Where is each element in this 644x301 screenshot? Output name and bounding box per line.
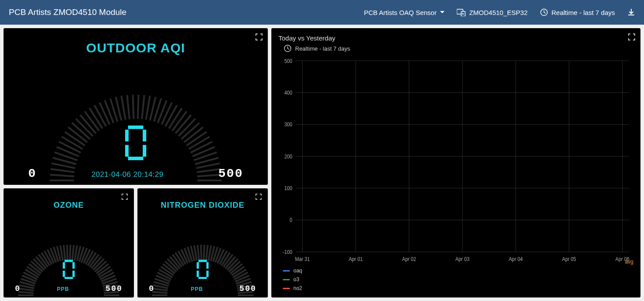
aqi-gauge: OUTDOOR AQI 0 (4, 28, 268, 185)
clock-icon (284, 44, 292, 52)
svg-line-45 (191, 142, 212, 153)
no2-title: NITROGEN DIOXIDE (161, 201, 244, 210)
aqi-max: 500 (218, 167, 243, 180)
svg-text:500: 500 (284, 58, 292, 64)
chevron-down-icon (440, 11, 444, 14)
sensor-dropdown-label: PCB Artists OAQ Sensor (364, 9, 437, 16)
svg-line-22 (100, 103, 110, 125)
svg-text:0: 0 (289, 217, 292, 223)
no2-value-digit (196, 260, 210, 279)
sensor-dropdown[interactable]: PCB Artists OAQ Sensor (364, 9, 444, 16)
fullscreen-button[interactable] (255, 33, 263, 40)
device-label: ZMOD4510_ESP32 (469, 9, 528, 16)
download-icon (627, 8, 635, 16)
legend-swatch (283, 288, 290, 289)
fullscreen-icon (255, 33, 263, 40)
legend-label: oaq (293, 268, 302, 274)
page-title: PCB Artists ZMOD4510 Module (9, 7, 126, 17)
chart-subtitle: Realtime - last 7 days (284, 44, 633, 52)
fullscreen-button[interactable] (628, 33, 635, 40)
ozone-value-digit (62, 260, 76, 279)
device-icon (457, 8, 466, 16)
legend-swatch (283, 279, 290, 280)
svg-line-124 (201, 245, 201, 260)
svg-text:Apr 05: Apr 05 (562, 256, 576, 262)
no2-max: 500 (240, 284, 256, 293)
no2-gauge: NITROGEN DIOXIDE (137, 188, 268, 297)
fullscreen-icon (628, 33, 635, 40)
legend-swatch (283, 270, 290, 272)
ozone-gauge: OZONE (4, 188, 134, 297)
clock-icon (540, 8, 548, 16)
chart-title: Today vs Yesterday (278, 34, 633, 42)
svg-line-27 (127, 95, 130, 119)
no2-min: 0 (149, 284, 155, 293)
svg-text:300: 300 (284, 121, 292, 128)
svg-text:Apr 06: Apr 06 (615, 256, 629, 262)
fullscreen-button[interactable] (122, 194, 129, 201)
timerange-selector[interactable]: Realtime - last 7 days (540, 8, 615, 16)
svg-line-75 (63, 245, 65, 261)
ozone-unit: PPB (57, 286, 69, 292)
svg-line-12 (59, 142, 81, 153)
svg-text:400: 400 (284, 89, 292, 95)
chart-panel: Today vs Yesterday Realtime - last 7 day… (271, 28, 640, 297)
ozone-title: OZONE (53, 201, 84, 210)
svg-line-26 (122, 96, 126, 120)
svg-line-30 (142, 95, 144, 119)
device-selector[interactable]: ZMOD4510_ESP32 (457, 8, 528, 16)
chart-plot-area[interactable]: -1000100200300400500Mar 31Apr 01Apr 02Ap… (278, 57, 633, 266)
legend-item-oaq[interactable]: oaq (283, 268, 302, 274)
svg-line-78 (72, 245, 74, 261)
svg-line-21 (94, 105, 106, 126)
svg-line-28 (133, 95, 133, 119)
aqi-value-digit (122, 125, 149, 160)
header-controls: PCB Artists OAQ Sensor ZMOD4510_ESP32 Re… (364, 8, 635, 16)
svg-text:Apr 03: Apr 03 (455, 256, 470, 262)
legend-label: o3 (293, 276, 299, 283)
no2-unit: PPB (191, 286, 203, 292)
dashboard-content: OUTDOOR AQI 0 (0, 25, 644, 301)
chart-svg: -1000100200300400500Mar 31Apr 01Apr 02Ap… (278, 57, 633, 266)
svg-line-123 (197, 245, 199, 261)
small-gauges-row: OZONE (4, 188, 268, 297)
right-column: Today vs Yesterday Realtime - last 7 day… (271, 28, 640, 297)
svg-rect-2 (462, 13, 463, 15)
aqi-gauge-panel: OUTDOOR AQI 0 (4, 28, 268, 185)
legend-item-o3[interactable]: o3 (283, 276, 302, 283)
left-column: OUTDOOR AQI 0 (4, 28, 268, 297)
ozone-min: 0 (15, 284, 21, 293)
svg-text:100: 100 (284, 185, 292, 191)
svg-line-125 (204, 245, 204, 260)
chart-subtitle-text: Realtime - last 7 days (295, 45, 350, 52)
fullscreen-icon (122, 194, 128, 200)
svg-text:Apr 01: Apr 01 (349, 256, 363, 262)
aqi-timestamp: 2021-04-06 20:14:29 (91, 170, 163, 179)
svg-line-29 (138, 95, 139, 119)
legend-label: no2 (293, 285, 302, 291)
legend-item-no2[interactable]: no2 (283, 285, 302, 291)
svg-text:Apr 04: Apr 04 (509, 256, 523, 262)
timerange-label: Realtime - last 7 days (551, 9, 615, 16)
svg-line-35 (162, 103, 172, 125)
aqi-title: OUTDOOR AQI (86, 40, 185, 55)
aqi-min: 0 (28, 167, 37, 180)
svg-line-31 (146, 96, 150, 120)
download-button[interactable] (627, 8, 635, 16)
ozone-max: 500 (106, 284, 122, 293)
svg-line-126 (206, 245, 208, 261)
ozone-gauge-panel: OZONE (4, 188, 134, 297)
svg-line-36 (165, 105, 177, 126)
header-bar: PCB Artists ZMOD4510 Module PCB Artists … (0, 0, 644, 25)
svg-rect-3 (463, 14, 464, 15)
no2-gauge-panel: NITROGEN DIOXIDE (137, 188, 268, 297)
fullscreen-icon (255, 194, 262, 200)
svg-text:200: 200 (284, 153, 292, 159)
svg-text:Apr 02: Apr 02 (402, 256, 416, 262)
svg-text:-100: -100 (283, 249, 292, 255)
svg-line-76 (67, 245, 67, 260)
svg-line-77 (70, 245, 70, 260)
fullscreen-button[interactable] (255, 194, 263, 201)
svg-text:Mar 31: Mar 31 (295, 256, 310, 262)
chart-legend: oaqo3no2 (283, 268, 302, 291)
